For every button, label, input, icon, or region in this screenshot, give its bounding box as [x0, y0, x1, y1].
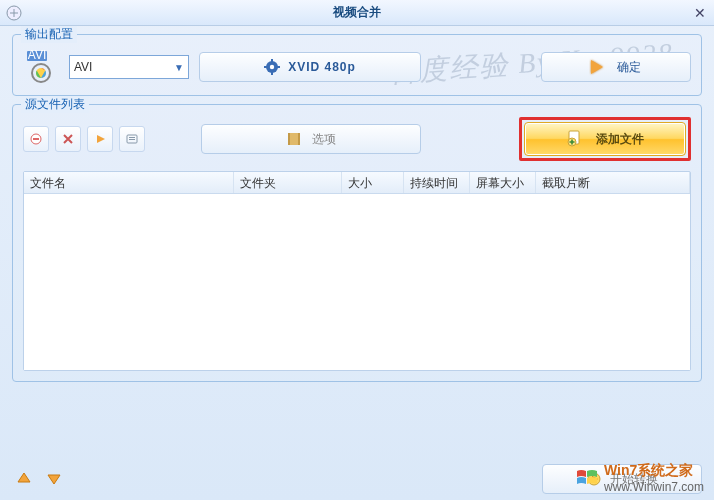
- svg-text:AVI: AVI: [28, 49, 46, 62]
- remove-button[interactable]: [23, 126, 49, 152]
- confirm-button[interactable]: 确定: [541, 52, 691, 82]
- svg-rect-8: [271, 72, 273, 75]
- options-label: 选项: [312, 131, 336, 148]
- svg-rect-10: [277, 66, 280, 68]
- window-title: 视频合并: [0, 4, 714, 21]
- svg-rect-19: [298, 133, 300, 145]
- resolution-label: XVID 480p: [288, 60, 356, 74]
- svg-point-6: [270, 65, 274, 69]
- bottom-bar: 开始转换: [12, 464, 702, 494]
- source-toolbar: 选项 添加文件: [23, 117, 691, 161]
- svg-marker-13: [97, 135, 105, 143]
- options-button[interactable]: 选项: [201, 124, 421, 154]
- film-icon: [286, 131, 302, 147]
- start-convert-button[interactable]: 开始转换: [542, 464, 702, 494]
- svg-rect-15: [129, 137, 135, 138]
- output-legend: 输出配置: [21, 26, 77, 43]
- play-preview-button[interactable]: [87, 126, 113, 152]
- col-filename[interactable]: 文件名: [24, 172, 234, 193]
- add-file-icon: [566, 130, 584, 148]
- svg-rect-9: [264, 66, 267, 68]
- col-folder[interactable]: 文件夹: [234, 172, 342, 193]
- add-file-label: 添加文件: [596, 131, 644, 148]
- col-screensize[interactable]: 屏幕大小: [470, 172, 536, 193]
- format-icon: AVI: [23, 49, 59, 85]
- grid-body[interactable]: [24, 194, 690, 370]
- chevron-down-icon: ▼: [174, 62, 184, 73]
- titlebar: 视频合并 ✕: [0, 0, 714, 26]
- svg-marker-22: [18, 473, 30, 482]
- start-label: 开始转换: [610, 471, 658, 488]
- info-button[interactable]: [119, 126, 145, 152]
- svg-marker-23: [48, 475, 60, 484]
- media-icon: [586, 471, 602, 487]
- close-icon[interactable]: ✕: [694, 5, 706, 21]
- svg-rect-12: [33, 138, 39, 140]
- svg-rect-7: [271, 59, 273, 62]
- add-file-button[interactable]: 添加文件: [524, 122, 686, 156]
- play-icon: [591, 60, 603, 74]
- grid-header: 文件名 文件夹 大小 持续时间 屏幕大小 截取片断: [24, 172, 690, 194]
- confirm-label: 确定: [617, 59, 641, 76]
- file-grid: 文件名 文件夹 大小 持续时间 屏幕大小 截取片断: [23, 171, 691, 371]
- format-value: AVI: [74, 60, 92, 74]
- gear-icon: [264, 59, 280, 75]
- delete-button[interactable]: [55, 126, 81, 152]
- col-duration[interactable]: 持续时间: [404, 172, 470, 193]
- source-legend: 源文件列表: [21, 96, 89, 113]
- output-config-group: 输出配置 AVI AVI ▼ XVID 480p 确定: [12, 34, 702, 96]
- move-up-button[interactable]: [12, 467, 36, 491]
- svg-rect-18: [288, 133, 290, 145]
- col-size[interactable]: 大小: [342, 172, 404, 193]
- col-clip[interactable]: 截取片断: [536, 172, 690, 193]
- resolution-button[interactable]: XVID 480p: [199, 52, 421, 82]
- move-down-button[interactable]: [42, 467, 66, 491]
- svg-rect-16: [129, 139, 135, 140]
- source-files-group: 源文件列表 选项 添加文件: [12, 104, 702, 382]
- add-file-highlight: 添加文件: [519, 117, 691, 161]
- format-dropdown[interactable]: AVI ▼: [69, 55, 189, 79]
